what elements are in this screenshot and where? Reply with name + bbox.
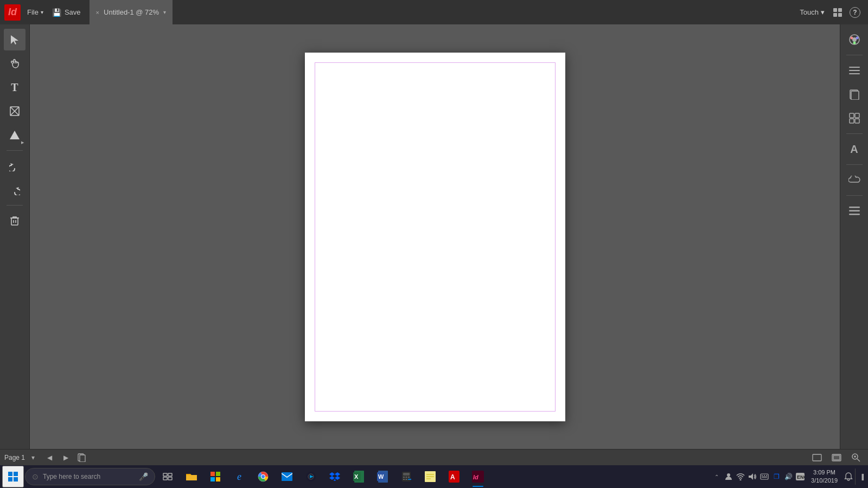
tray-people-icon[interactable] xyxy=(723,471,734,482)
color-panel-button[interactable] xyxy=(844,29,865,50)
taskbar-file-explorer[interactable] xyxy=(180,465,203,488)
svg-point-15 xyxy=(856,37,858,40)
taskbar-chrome[interactable] xyxy=(252,465,275,488)
redo-button[interactable] xyxy=(4,179,25,201)
svg-rect-22 xyxy=(850,113,854,118)
taskbar-word[interactable]: W xyxy=(371,465,394,488)
next-page-button[interactable]: ▶ xyxy=(60,452,72,464)
shape-tool-button[interactable]: ▶ xyxy=(4,124,25,146)
presentation-view-button[interactable] xyxy=(829,451,844,464)
svg-rect-9 xyxy=(11,218,18,225)
taskbar-task-view[interactable] xyxy=(156,465,179,488)
taskbar-sticky-notes[interactable] xyxy=(419,465,442,488)
svg-rect-47 xyxy=(216,472,220,476)
svg-text:ENG: ENG xyxy=(797,474,805,480)
tool-separator-2 xyxy=(7,205,23,206)
taskbar-adobe-reader[interactable]: A xyxy=(443,465,465,488)
taskbar-clock[interactable]: 3:09 PM 3/10/2019 xyxy=(807,468,842,485)
help-button[interactable]: ? xyxy=(846,4,864,21)
taskbar-calculator[interactable] xyxy=(395,465,418,488)
svg-rect-38 xyxy=(8,472,12,476)
prev-page-button[interactable]: ◀ xyxy=(43,452,55,464)
canvas-area[interactable] xyxy=(30,24,840,449)
taskbar-mail[interactable] xyxy=(276,465,298,488)
normal-view-button[interactable] xyxy=(809,451,825,464)
tray-keyboard-icon[interactable] xyxy=(759,471,770,482)
svg-rect-42 xyxy=(163,473,167,476)
panel-sep-1 xyxy=(846,55,863,55)
tray-expand-button[interactable]: ⌃ xyxy=(711,471,722,482)
tab-dropdown-icon[interactable]: ▾ xyxy=(163,9,166,15)
svg-point-86 xyxy=(740,479,741,480)
start-button[interactable] xyxy=(2,466,24,487)
document-tab[interactable]: × Untitled-1 @ 72% ▾ xyxy=(90,0,173,24)
page-dropdown-button[interactable]: ▾ xyxy=(27,452,39,464)
delete-button[interactable] xyxy=(4,210,25,232)
taskbar-media[interactable] xyxy=(299,465,322,488)
tab-close-icon[interactable]: × xyxy=(96,9,99,16)
page-label: Page 1 ▾ xyxy=(4,452,39,464)
pages-panel-bottom-button[interactable] xyxy=(76,452,88,464)
svg-marker-4 xyxy=(11,35,18,44)
zoom-level-button[interactable] xyxy=(848,451,864,464)
text-tool-button[interactable]: T xyxy=(4,76,25,98)
svg-rect-92 xyxy=(762,477,767,478)
svg-rect-72 xyxy=(406,477,407,478)
svg-marker-61 xyxy=(335,476,340,480)
links-panel-button[interactable] xyxy=(844,107,865,129)
svg-text:A: A xyxy=(450,473,455,481)
lines-panel-button[interactable] xyxy=(844,60,865,81)
save-icon: 💾 xyxy=(52,8,61,17)
tab-title: Untitled-1 @ 72% xyxy=(104,8,159,16)
tray-volume-level-icon[interactable]: 🔊 xyxy=(783,471,794,482)
tray-volume-icon[interactable] xyxy=(747,471,758,482)
tray-keyboard-layout-icon[interactable]: ENG xyxy=(795,471,806,482)
pages-panel-button[interactable] xyxy=(844,84,865,105)
tray-notification-icon[interactable] xyxy=(843,471,854,482)
svg-rect-71 xyxy=(403,477,405,478)
bottom-bar: Page 1 ▾ ◀ ▶ xyxy=(0,449,868,465)
grid-view-button[interactable] xyxy=(829,4,846,21)
cloud-panel-button[interactable] xyxy=(844,169,865,191)
search-mic-icon: 🎤 xyxy=(139,472,148,481)
document-page[interactable] xyxy=(305,53,565,421)
menu-panel-button[interactable] xyxy=(844,200,865,222)
svg-rect-23 xyxy=(855,113,859,118)
save-button[interactable]: 💾 Save xyxy=(48,6,85,19)
svg-rect-2 xyxy=(833,13,837,17)
svg-rect-76 xyxy=(408,479,411,480)
hand-tool-button[interactable] xyxy=(4,53,25,74)
select-tool-button[interactable] xyxy=(4,29,25,50)
show-desktop-button[interactable]: ▐ xyxy=(855,468,866,485)
taskbar-search[interactable]: ⊙ Type here to search 🎤 xyxy=(25,468,155,485)
taskbar-excel[interactable]: X xyxy=(347,465,370,488)
svg-rect-33 xyxy=(833,455,840,460)
svg-rect-18 xyxy=(849,70,860,71)
svg-rect-46 xyxy=(210,472,215,476)
taskbar-ie[interactable]: e xyxy=(228,465,251,488)
file-menu-button[interactable]: File ▾ xyxy=(23,6,48,18)
page-margin-border xyxy=(315,62,556,412)
svg-rect-1 xyxy=(838,8,842,12)
text-style-panel-button[interactable]: A xyxy=(844,138,865,160)
taskbar-store[interactable] xyxy=(204,465,227,488)
top-bar: Id File ▾ 💾 Save × Untitled-1 @ 72% ▾ To… xyxy=(0,0,868,24)
touch-workspace-selector[interactable]: Touch ▾ xyxy=(800,8,825,16)
svg-rect-74 xyxy=(403,479,405,480)
panel-sep-4 xyxy=(846,195,863,196)
frame-tool-button[interactable] xyxy=(4,100,25,122)
svg-text:W: W xyxy=(378,473,384,480)
search-icon: ⊙ xyxy=(32,472,39,481)
tray-network-icon[interactable] xyxy=(735,471,746,482)
undo-button[interactable] xyxy=(4,155,25,177)
taskbar-dropbox[interactable] xyxy=(323,465,346,488)
tray-dropbox-tray-icon[interactable]: ❐ xyxy=(771,471,782,482)
taskbar-indesign[interactable]: Id xyxy=(467,465,489,488)
svg-rect-27 xyxy=(849,210,860,212)
svg-text:Id: Id xyxy=(473,474,478,480)
svg-rect-17 xyxy=(849,67,860,68)
svg-rect-90 xyxy=(764,475,765,476)
svg-rect-39 xyxy=(14,472,18,476)
svg-point-14 xyxy=(850,37,853,40)
svg-rect-41 xyxy=(14,477,18,481)
